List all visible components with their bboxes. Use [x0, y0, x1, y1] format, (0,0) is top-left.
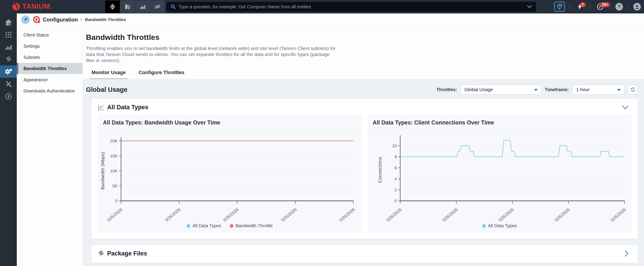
tools-icon: [5, 81, 12, 87]
page-head: Bandwidth Throttles Throttling enables y…: [83, 26, 644, 63]
svg-text:3/25/2026: 3/25/2026: [497, 207, 514, 221]
main-content: Bandwidth Throttles Throttling enables y…: [83, 26, 644, 266]
endpoints-module-button[interactable]: [120, 1, 135, 13]
legend-item-bandwidth-throttle[interactable]: Bandwidth Throttle: [230, 223, 273, 228]
sidebar-reporting-button[interactable]: [0, 41, 17, 53]
legend-dot-icon: [482, 224, 486, 228]
svg-text:5K: 5K: [112, 184, 118, 188]
interact-module-icon: [110, 4, 116, 10]
apps-grid-icon: [5, 31, 12, 38]
pushpin-icon: [23, 17, 28, 22]
sidebar-solutions-button[interactable]: [0, 29, 17, 41]
bandwidth-chart-svg: 05K10K15K20K3/25/20263/25/20263/25/20263…: [98, 132, 360, 221]
select-caret-icon: [617, 89, 621, 91]
breadcrumb-page: Bandwidth Throttles: [85, 17, 126, 22]
module-icon-sidebar: [0, 14, 17, 266]
timeframe-select[interactable]: 1 hour: [572, 85, 624, 95]
bandwidth-chart-legend: All Data TypesBandwidth Throttle: [98, 221, 362, 233]
timeframe-label: Timeframe:: [545, 87, 569, 92]
tanium-logo-text: TANIUM.: [22, 3, 52, 11]
breadcrumb-header: Configuration > Bandwidth Throttles: [17, 14, 644, 26]
throttles-select[interactable]: Global Usage: [461, 85, 541, 95]
home-icon: [5, 19, 12, 26]
connections-chart-panel: All Data Types: Client Connections Over …: [368, 115, 632, 233]
activity-button[interactable]: 7: [575, 2, 585, 12]
sidebar-data-button[interactable]: [0, 53, 17, 65]
tanium-logo-icon: [12, 2, 20, 11]
svg-text:2: 2: [394, 188, 397, 192]
sidebar-item-appearance[interactable]: Appearance: [17, 74, 82, 85]
svg-text:3/25/2026: 3/25/2026: [106, 207, 124, 221]
search-input[interactable]: [178, 4, 527, 10]
all-data-types-card-header[interactable]: All Data Types: [92, 99, 638, 114]
sidebar-administration-button[interactable]: [0, 78, 17, 90]
svg-text:Connections: Connections: [378, 157, 382, 183]
top-bar-divider: [610, 4, 610, 10]
svg-text:8: 8: [394, 154, 397, 159]
chart-panels: All Data Types: Bandwidth Usage Over Tim…: [92, 114, 638, 239]
controls-row: Global Usage Throttles: Global Usage Tim…: [83, 79, 644, 95]
legend-item-all-data-types[interactable]: All Data Types: [482, 223, 517, 228]
tab-configure-throttles[interactable]: Configure Throttles: [138, 70, 185, 79]
monitor-usage-panel: Global Usage Throttles: Global Usage Tim…: [83, 79, 644, 266]
package-files-card-title: Package Files: [107, 250, 147, 257]
top-bar-actions: 7 10+ ?: [554, 0, 641, 14]
package-layers-icon: [98, 250, 104, 256]
legend-label: All Data Types: [192, 223, 221, 228]
sidebar-item-bandwidth-throttles[interactable]: Bandwidth Throttles: [17, 63, 82, 74]
svg-text:3/25/2026: 3/25/2026: [553, 207, 570, 221]
page-title: Bandwidth Throttles: [86, 33, 644, 42]
sidebar-home-button[interactable]: [0, 16, 17, 29]
breadcrumb-module[interactable]: Configuration: [43, 17, 78, 23]
top-bar-divider: [628, 4, 628, 10]
top-bar-divider: [590, 4, 590, 10]
svg-text:3/25/2026: 3/25/2026: [164, 207, 182, 221]
nav-list: Client StatusSettingsSubnetsBandwidth Th…: [17, 29, 82, 97]
svg-text:3/25/2026: 3/25/2026: [441, 207, 458, 221]
top-bar-divider: [570, 4, 570, 10]
refresh-button[interactable]: [628, 85, 638, 95]
compass-icon: [5, 93, 12, 100]
configuration-module-icon: [33, 16, 40, 24]
reports-module-button[interactable]: [135, 1, 150, 13]
legend-label: Bandwidth Throttle: [236, 223, 273, 228]
sidebar-item-settings[interactable]: Settings: [17, 41, 82, 52]
legend-item-all-data-types[interactable]: All Data Types: [186, 223, 221, 228]
help-glyph: ?: [618, 4, 620, 10]
svg-text:0: 0: [115, 199, 118, 203]
user-avatar[interactable]: [633, 3, 641, 11]
svg-text:3/25/2026: 3/25/2026: [610, 207, 627, 221]
bandwidth-chart: 05K10K15K20K3/25/20263/25/20263/25/20263…: [98, 130, 362, 221]
pin-button[interactable]: [21, 16, 30, 24]
sidebar-explore-button[interactable]: [0, 90, 17, 102]
assist-button[interactable]: [554, 2, 565, 12]
line-chart-icon: [98, 104, 104, 111]
svg-text:3/25/2026: 3/25/2026: [385, 207, 402, 221]
svg-text:3/25/2026: 3/25/2026: [338, 207, 356, 221]
select-caret-icon: [534, 89, 538, 91]
app-root: TANIUM.: [0, 0, 644, 266]
connect-module-button[interactable]: [150, 1, 165, 13]
user-icon: [634, 4, 640, 9]
configuration-nav-sidebar: Client StatusSettingsSubnetsBandwidth Th…: [17, 26, 83, 266]
sidebar-configuration-button[interactable]: [0, 65, 17, 78]
tanium-logo[interactable]: TANIUM.: [12, 2, 52, 11]
sidebar-item-downloads-authentication[interactable]: Downloads Authentication: [17, 85, 82, 97]
interact-module-button[interactable]: [105, 1, 120, 13]
sidebar-item-subnets[interactable]: Subnets: [17, 52, 82, 63]
connections-chart: 02468103/25/20263/25/20263/25/20263/25/2…: [368, 130, 632, 221]
help-button[interactable]: ?: [615, 3, 623, 11]
svg-text:4: 4: [394, 176, 397, 181]
svg-text:Bandwidth (Mbps): Bandwidth (Mbps): [100, 152, 105, 190]
throttles-label: Throttles:: [436, 87, 457, 92]
tab-monitor-usage[interactable]: Monitor Usage: [91, 70, 127, 79]
sidebar-item-client-status[interactable]: Client Status: [17, 29, 82, 41]
chevron-right-icon[interactable]: [624, 250, 629, 257]
connections-chart-title: All Data Types: Client Connections Over …: [368, 115, 632, 130]
endpoints-module-icon: [125, 4, 130, 10]
notifications-button[interactable]: 10+: [595, 2, 605, 12]
package-files-card-header[interactable]: Package Files: [92, 245, 638, 261]
chevron-down-icon[interactable]: [622, 105, 629, 110]
svg-text:10: 10: [392, 144, 397, 148]
search-chevron-down-icon[interactable]: [527, 5, 532, 9]
